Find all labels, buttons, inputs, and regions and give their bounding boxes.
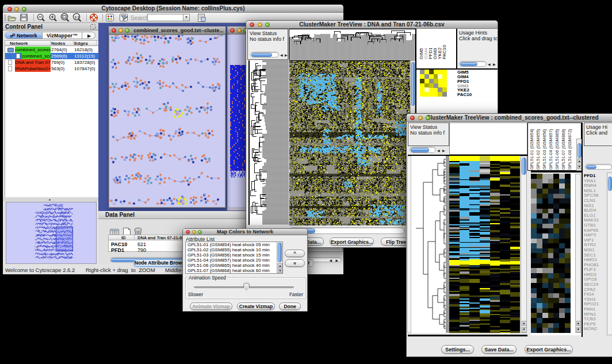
svg-text:GPL51-07 (GSM868): GPL51-07 (GSM868) — [561, 129, 566, 170]
svg-text:GPL51-04 (GSM857): GPL51-04 (GSM857) — [548, 129, 553, 170]
svg-text:1:1: 1:1 — [75, 16, 80, 19]
svg-text:GPL51-03 (GSM856): GPL51-03 (GSM856) — [542, 129, 547, 170]
svg-text:GPL51-02 (GSM855): GPL51-02 (GSM855) — [536, 129, 541, 170]
svg-text:GPL51-08 (GSM872): GPL51-08 (GSM872) — [567, 129, 572, 170]
svg-text:PAC10: PAC10 — [442, 45, 447, 59]
svg-text:GPL51-01 (GSM854): GPL51-01 (GSM854) — [529, 129, 534, 170]
svg-text:GPL51-06 (GSM865): GPL51-06 (GSM865) — [554, 129, 560, 170]
